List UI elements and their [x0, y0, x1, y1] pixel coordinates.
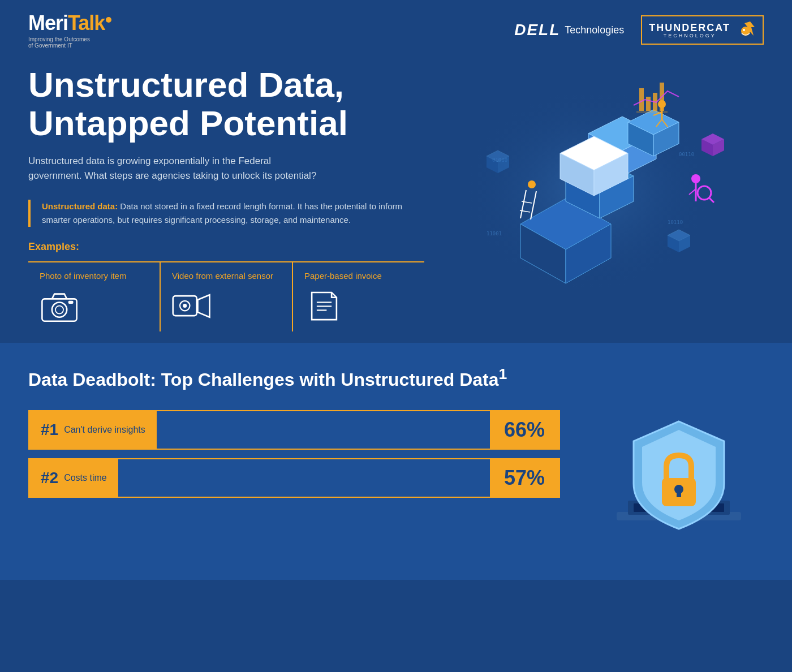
svg-text:00110: 00110	[679, 152, 694, 157]
svg-rect-31	[646, 97, 651, 111]
challenge-rank-2: #2 Costs time	[29, 459, 118, 497]
rank-num-2: #2	[41, 469, 58, 487]
challenge-pct-1: 66%	[490, 411, 559, 449]
rank-num-1: #1	[41, 421, 58, 439]
svg-point-4	[52, 303, 67, 317]
examples-label: Examples:	[28, 241, 424, 253]
examples-grid: Photo of inventory item Video from exter…	[28, 261, 424, 331]
example-photo: Photo of inventory item	[28, 262, 161, 331]
definition-text: Unstructured data: Data not stored in a …	[42, 200, 424, 227]
hero-section: Unstructured Data, Untapped Potential Un…	[0, 54, 792, 331]
svg-text:11001: 11001	[487, 231, 502, 236]
thundercat-mascot-icon	[733, 19, 756, 41]
definition-term: Unstructured data:	[42, 201, 118, 211]
pct-value-1: 66%	[504, 418, 545, 442]
dell-suffix: Technologies	[565, 24, 624, 36]
svg-rect-68	[677, 489, 681, 497]
bottom-content: #1 Can't derive insights 66% #2 Costs ti…	[28, 410, 764, 557]
svg-marker-8	[198, 295, 210, 317]
challenge-rank-1: #1 Can't derive insights	[29, 411, 157, 449]
svg-point-40	[691, 174, 700, 183]
thundercat-info: THUNDERCAT TECHNOLOGY	[649, 22, 730, 38]
challenge-row-2: #2 Costs time 57%	[28, 458, 560, 498]
cube-illustration: 01010 10110 11001 00110	[453, 66, 724, 303]
challenge-row-1: #1 Can't derive insights 66%	[28, 410, 560, 450]
svg-rect-6	[68, 301, 74, 304]
example-video-label: Video from external sensor	[172, 271, 281, 281]
svg-point-45	[528, 180, 536, 188]
shield-area	[594, 410, 764, 557]
hero-right: 01010 10110 11001 00110	[447, 66, 730, 331]
header: MeriTalk Improving the Outcomes of Gover…	[0, 0, 792, 54]
partner-logos: DELL Technologies THUNDERCAT TECHNOLOGY	[514, 15, 764, 45]
svg-point-35	[658, 100, 666, 108]
example-document: Paper-based invoice	[293, 262, 424, 331]
definition-box: Unstructured data: Data not stored in a …	[28, 200, 424, 227]
rank-label-2: Costs time	[64, 473, 107, 483]
deadbolt-title: Data Deadbolt: Top Challenges with Unstr…	[28, 365, 764, 390]
video-icon	[172, 289, 212, 323]
thundercat-logo: THUNDERCAT TECHNOLOGY	[641, 15, 764, 45]
dell-logo: DELL Technologies	[514, 21, 624, 39]
svg-point-10	[183, 304, 187, 308]
svg-rect-30	[639, 88, 644, 111]
svg-point-2	[743, 29, 745, 31]
example-video: Video from external sensor	[161, 262, 293, 331]
bottom-section: Data Deadbolt: Top Challenges with Unstr…	[0, 343, 792, 580]
hero-title: Unstructured Data, Untapped Potential	[28, 66, 424, 143]
challenges-list: #1 Can't derive insights 66% #2 Costs ti…	[28, 410, 560, 557]
hero-subtitle: Unstructured data is growing exponential…	[28, 154, 322, 183]
svg-text:10110: 10110	[668, 219, 683, 225]
shield-icon	[605, 410, 752, 557]
rank-label-1: Can't derive insights	[64, 425, 145, 435]
challenge-pct-2: 57%	[490, 459, 559, 497]
document-icon	[304, 289, 344, 323]
thundercat-sub: TECHNOLOGY	[649, 33, 730, 38]
dell-name: DELL	[514, 21, 560, 39]
pct-value-2: 57%	[504, 466, 545, 490]
hero-left: Unstructured Data, Untapped Potential Un…	[28, 66, 424, 331]
meritalk-tagline: Improving the Outcomes of Government IT	[28, 36, 111, 49]
meritalk-name: MeriTalk	[28, 11, 111, 35]
svg-point-5	[55, 306, 63, 314]
example-document-label: Paper-based invoice	[304, 271, 413, 281]
example-photo-label: Photo of inventory item	[40, 271, 148, 281]
meritalk-logo: MeriTalk Improving the Outcomes of Gover…	[28, 11, 111, 49]
thundercat-name: THUNDERCAT	[649, 22, 730, 33]
camera-icon	[40, 289, 79, 323]
